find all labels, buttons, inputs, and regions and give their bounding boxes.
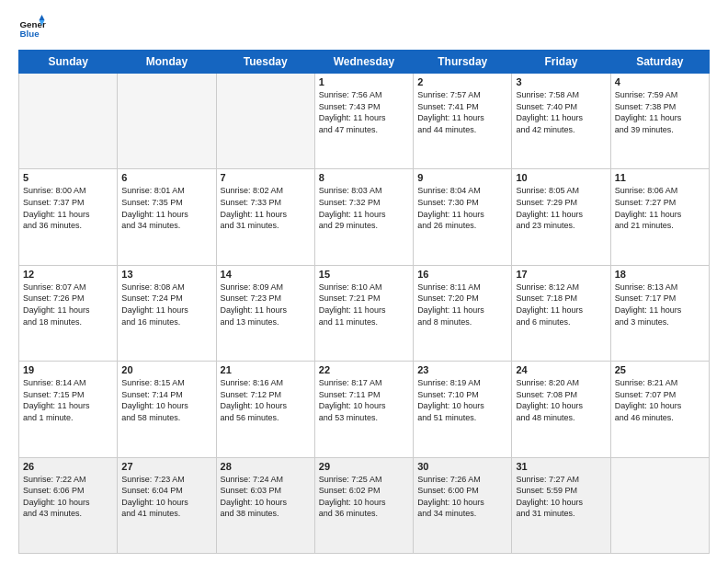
cell-text: Sunrise: 8:10 AM Sunset: 7:21 PM Dayligh… (319, 282, 409, 327)
weekday-header-saturday: Saturday (610, 51, 709, 74)
day-number: 5 (23, 172, 113, 183)
svg-text:Blue: Blue (20, 29, 40, 39)
calendar-cell: 23Sunrise: 8:19 AM Sunset: 7:10 PM Dayli… (414, 362, 512, 457)
calendar-week-3: 19Sunrise: 8:14 AM Sunset: 7:15 PM Dayli… (19, 362, 710, 457)
cell-text: Sunrise: 8:21 AM Sunset: 7:07 PM Dayligh… (615, 377, 705, 423)
cell-text: Sunrise: 8:05 AM Sunset: 7:29 PM Dayligh… (516, 185, 606, 231)
calendar-cell: 26Sunrise: 7:22 AM Sunset: 6:06 PM Dayli… (19, 457, 118, 553)
cell-text: Sunrise: 7:27 AM Sunset: 5:59 PM Dayligh… (516, 474, 606, 520)
cell-text: Sunrise: 8:04 AM Sunset: 7:30 PM Dayligh… (417, 185, 507, 231)
day-number: 21 (221, 364, 311, 375)
calendar-cell: 21Sunrise: 8:16 AM Sunset: 7:12 PM Dayli… (216, 362, 314, 457)
day-number: 2 (417, 76, 507, 87)
day-number: 3 (516, 76, 606, 87)
page: General Blue SundayMondayTuesdayWednesda… (0, 0, 728, 563)
weekday-header-tuesday: Tuesday (216, 51, 314, 74)
weekday-header-sunday: Sunday (19, 51, 118, 74)
day-number: 6 (121, 172, 211, 183)
day-number: 12 (23, 269, 113, 280)
calendar-cell: 3Sunrise: 7:58 AM Sunset: 7:40 PM Daylig… (512, 74, 610, 169)
cell-text: Sunrise: 8:12 AM Sunset: 7:18 PM Dayligh… (516, 282, 606, 327)
calendar-cell: 22Sunrise: 8:17 AM Sunset: 7:11 PM Dayli… (314, 362, 413, 457)
day-number: 23 (417, 364, 507, 375)
calendar-cell: 27Sunrise: 7:23 AM Sunset: 6:04 PM Dayli… (118, 457, 216, 553)
calendar-cell: 1Sunrise: 7:56 AM Sunset: 7:43 PM Daylig… (314, 74, 413, 169)
weekday-header-wednesday: Wednesday (314, 51, 413, 74)
cell-text: Sunrise: 7:23 AM Sunset: 6:04 PM Dayligh… (121, 474, 211, 520)
day-number: 17 (516, 269, 606, 280)
calendar-cell: 11Sunrise: 8:06 AM Sunset: 7:27 PM Dayli… (610, 169, 709, 265)
calendar-cell (216, 74, 314, 169)
weekday-header-thursday: Thursday (414, 51, 512, 74)
logo: General Blue (18, 15, 46, 42)
cell-text: Sunrise: 7:58 AM Sunset: 7:40 PM Dayligh… (516, 89, 606, 135)
day-number: 1 (319, 76, 409, 87)
cell-text: Sunrise: 8:11 AM Sunset: 7:20 PM Dayligh… (417, 282, 507, 327)
weekday-header-row: SundayMondayTuesdayWednesdayThursdayFrid… (19, 51, 710, 74)
day-number: 24 (516, 364, 606, 375)
day-number: 31 (516, 461, 606, 472)
calendar-cell: 16Sunrise: 8:11 AM Sunset: 7:20 PM Dayli… (414, 265, 512, 361)
calendar-cell: 15Sunrise: 8:10 AM Sunset: 7:21 PM Dayli… (314, 265, 413, 361)
day-number: 4 (615, 76, 705, 87)
calendar-week-2: 12Sunrise: 8:07 AM Sunset: 7:26 PM Dayli… (19, 265, 710, 361)
day-number: 13 (121, 269, 211, 280)
cell-text: Sunrise: 7:56 AM Sunset: 7:43 PM Dayligh… (319, 89, 409, 135)
cell-text: Sunrise: 8:14 AM Sunset: 7:15 PM Dayligh… (23, 377, 113, 423)
calendar-cell: 19Sunrise: 8:14 AM Sunset: 7:15 PM Dayli… (19, 362, 118, 457)
calendar-cell: 29Sunrise: 7:25 AM Sunset: 6:02 PM Dayli… (314, 457, 413, 553)
calendar-cell (118, 74, 216, 169)
calendar-cell: 10Sunrise: 8:05 AM Sunset: 7:29 PM Dayli… (512, 169, 610, 265)
calendar-cell: 18Sunrise: 8:13 AM Sunset: 7:17 PM Dayli… (610, 265, 709, 361)
cell-text: Sunrise: 8:07 AM Sunset: 7:26 PM Dayligh… (23, 282, 113, 327)
calendar-cell: 28Sunrise: 7:24 AM Sunset: 6:03 PM Dayli… (216, 457, 314, 553)
cell-text: Sunrise: 8:15 AM Sunset: 7:14 PM Dayligh… (121, 377, 211, 423)
calendar-cell: 7Sunrise: 8:02 AM Sunset: 7:33 PM Daylig… (216, 169, 314, 265)
cell-text: Sunrise: 8:02 AM Sunset: 7:33 PM Dayligh… (221, 185, 311, 231)
cell-text: Sunrise: 7:24 AM Sunset: 6:03 PM Dayligh… (221, 474, 311, 520)
day-number: 19 (23, 364, 113, 375)
svg-marker-2 (40, 15, 45, 20)
day-number: 11 (615, 172, 705, 183)
cell-text: Sunrise: 8:17 AM Sunset: 7:11 PM Dayligh… (319, 377, 409, 423)
cell-text: Sunrise: 8:08 AM Sunset: 7:24 PM Dayligh… (121, 282, 211, 327)
cell-text: Sunrise: 8:19 AM Sunset: 7:10 PM Dayligh… (417, 377, 507, 423)
cell-text: Sunrise: 7:25 AM Sunset: 6:02 PM Dayligh… (319, 474, 409, 520)
calendar-cell: 6Sunrise: 8:01 AM Sunset: 7:35 PM Daylig… (118, 169, 216, 265)
cell-text: Sunrise: 7:22 AM Sunset: 6:06 PM Dayligh… (23, 474, 113, 520)
day-number: 30 (417, 461, 507, 472)
calendar-week-0: 1Sunrise: 7:56 AM Sunset: 7:43 PM Daylig… (19, 74, 710, 169)
calendar-cell: 8Sunrise: 8:03 AM Sunset: 7:32 PM Daylig… (314, 169, 413, 265)
day-number: 27 (121, 461, 211, 472)
calendar-cell: 5Sunrise: 8:00 AM Sunset: 7:37 PM Daylig… (19, 169, 118, 265)
day-number: 10 (516, 172, 606, 183)
calendar-table: SundayMondayTuesdayWednesdayThursdayFrid… (18, 50, 710, 554)
calendar-week-1: 5Sunrise: 8:00 AM Sunset: 7:37 PM Daylig… (19, 169, 710, 265)
day-number: 15 (319, 269, 409, 280)
calendar-week-4: 26Sunrise: 7:22 AM Sunset: 6:06 PM Dayli… (19, 457, 710, 553)
cell-text: Sunrise: 8:13 AM Sunset: 7:17 PM Dayligh… (615, 282, 705, 327)
calendar-cell: 14Sunrise: 8:09 AM Sunset: 7:23 PM Dayli… (216, 265, 314, 361)
day-number: 18 (615, 269, 705, 280)
cell-text: Sunrise: 7:57 AM Sunset: 7:41 PM Dayligh… (417, 89, 507, 135)
calendar-cell: 13Sunrise: 8:08 AM Sunset: 7:24 PM Dayli… (118, 265, 216, 361)
weekday-header-friday: Friday (512, 51, 610, 74)
header: General Blue (18, 15, 710, 42)
cell-text: Sunrise: 8:16 AM Sunset: 7:12 PM Dayligh… (221, 377, 311, 423)
calendar-cell: 4Sunrise: 7:59 AM Sunset: 7:38 PM Daylig… (610, 74, 709, 169)
calendar-cell: 31Sunrise: 7:27 AM Sunset: 5:59 PM Dayli… (512, 457, 610, 553)
day-number: 29 (319, 461, 409, 472)
cell-text: Sunrise: 8:20 AM Sunset: 7:08 PM Dayligh… (516, 377, 606, 423)
cell-text: Sunrise: 7:59 AM Sunset: 7:38 PM Dayligh… (615, 89, 705, 135)
weekday-header-monday: Monday (118, 51, 216, 74)
day-number: 22 (319, 364, 409, 375)
day-number: 26 (23, 461, 113, 472)
day-number: 20 (121, 364, 211, 375)
calendar-cell: 12Sunrise: 8:07 AM Sunset: 7:26 PM Dayli… (19, 265, 118, 361)
day-number: 8 (319, 172, 409, 183)
day-number: 16 (417, 269, 507, 280)
calendar-cell (19, 74, 118, 169)
calendar-cell (610, 457, 709, 553)
cell-text: Sunrise: 8:00 AM Sunset: 7:37 PM Dayligh… (23, 185, 113, 231)
logo-icon: General Blue (18, 15, 46, 42)
